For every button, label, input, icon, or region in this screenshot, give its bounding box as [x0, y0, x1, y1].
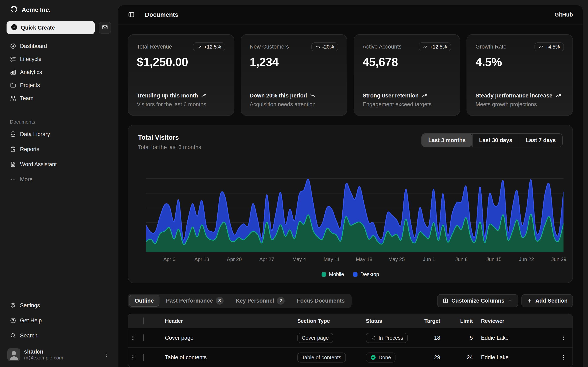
sidebar-item-label: Word Assistant: [20, 161, 57, 167]
stat-card-value: 1,234: [250, 55, 338, 69]
tab-count-badge: 3: [216, 297, 224, 305]
stat-card-active-accounts: Active Accounts +12.5% 45,678 Strong use…: [354, 34, 460, 116]
circle-check-icon: [370, 355, 376, 360]
mail-icon: [102, 24, 108, 32]
row-menu-button[interactable]: [554, 354, 572, 361]
stat-card-value: 4.5%: [476, 55, 564, 69]
page-title: Documents: [145, 11, 178, 18]
drag-handle-icon[interactable]: [128, 354, 138, 360]
range-button-last-30-days[interactable]: Last 30 days: [472, 134, 519, 147]
team-icon: [10, 95, 16, 101]
row-menu-button[interactable]: [554, 334, 572, 341]
range-button-last-3-months[interactable]: Last 3 months: [422, 134, 472, 147]
trending-up-icon: [197, 44, 202, 49]
sidebar-item-reports[interactable]: Reports: [7, 143, 111, 155]
x-tick-label: Jun 22: [519, 257, 534, 262]
sidebar-item-team[interactable]: Team: [7, 92, 111, 104]
tab-past-performance[interactable]: Past Performance3: [160, 295, 229, 307]
section-type-badge: Table of contents: [297, 352, 346, 363]
tab-outline[interactable]: Outline: [129, 295, 159, 307]
sidebar-item-label: Get Help: [20, 317, 42, 324]
tab-count-badge: 2: [277, 297, 285, 305]
lifecycle-icon: [10, 56, 16, 62]
customize-columns-button[interactable]: Customize Columns: [437, 294, 518, 307]
visitors-chart-card: Total Visitors Total for the last 3 mont…: [128, 125, 573, 283]
inbox-button[interactable]: [99, 22, 111, 34]
stat-card-footnote: Strong user retention: [363, 92, 451, 100]
legend-item-mobile: Mobile: [321, 271, 344, 277]
sidebar-item-projects[interactable]: Projects: [7, 79, 111, 91]
sidebar-item-label: Dashboard: [20, 43, 47, 49]
sidebar-nav-main: DashboardLifecycleAnalyticsProjectsTeam: [7, 40, 111, 104]
status-badge: Done: [366, 352, 396, 363]
x-tick-label: Jun 8: [455, 257, 467, 262]
trending-up-icon: [423, 44, 428, 49]
sidebar-item-label: Settings: [20, 302, 40, 309]
add-section-button[interactable]: Add Section: [521, 294, 573, 307]
col-target: Target: [416, 318, 440, 324]
sections-table: Header Section Type Status Target Limit …: [128, 314, 573, 367]
sidebar-item-label: Reports: [20, 146, 39, 152]
sidebar-item-data-library[interactable]: Data Library: [7, 128, 111, 140]
range-toggle-group: Last 3 monthsLast 30 daysLast 7 days: [421, 133, 563, 147]
tab-focus-documents[interactable]: Focus Documents: [291, 295, 350, 307]
trending-down-icon: [310, 92, 316, 99]
table-header-row: Header Section Type Status Target Limit …: [128, 314, 572, 328]
stat-card-subnote: Engagement exceed targets: [363, 101, 451, 108]
row-checkbox[interactable]: [143, 354, 144, 361]
cell-header[interactable]: Cover page: [156, 335, 297, 341]
x-tick-label: Apr 6: [163, 257, 175, 262]
range-button-last-7-days[interactable]: Last 7 days: [519, 134, 562, 147]
quick-create-button[interactable]: Quick Create: [7, 21, 95, 34]
user-menu[interactable]: shadcn m@example.com: [7, 347, 111, 361]
select-all-checkbox[interactable]: [143, 317, 144, 324]
clipboard-icon: [10, 146, 16, 152]
cell-target[interactable]: 18: [416, 335, 440, 341]
sidebar-item-analytics[interactable]: Analytics: [7, 66, 111, 78]
x-tick-label: Jun 1: [423, 257, 435, 262]
sidebar: Acme Inc. Quick Create DashboardLifecycl…: [0, 0, 118, 367]
plus-icon: [527, 298, 532, 304]
cell-reviewer[interactable]: Eddie Lake: [473, 354, 554, 361]
sidebar-item-get-help[interactable]: Get Help: [7, 314, 111, 327]
stat-card-title: Active Accounts: [363, 42, 402, 50]
col-reviewer: Reviewer: [473, 318, 554, 324]
sidebar-toggle-icon[interactable]: [128, 11, 135, 18]
tab-key-personnel[interactable]: Key Personnel2: [230, 295, 291, 307]
sidebar-item-more[interactable]: More: [7, 173, 111, 185]
user-email: m@example.com: [24, 355, 99, 361]
trend-badge: +12.5%: [193, 42, 225, 51]
sidebar-item-search[interactable]: Search: [7, 329, 111, 342]
github-link[interactable]: GitHub: [554, 12, 573, 18]
sidebar-item-word-assistant[interactable]: Word Assistant: [7, 158, 111, 170]
section-tabs: OutlinePast Performance3Key Personnel2Fo…: [128, 294, 352, 308]
cell-limit[interactable]: 5: [440, 335, 473, 341]
customize-columns-label: Customize Columns: [451, 298, 504, 304]
trending-up-icon: [539, 44, 544, 49]
trend-badge: -20%: [311, 42, 338, 51]
main-panel: Documents GitHub Total Revenue +12.5% $1…: [118, 5, 583, 367]
trending-up-icon: [422, 92, 428, 99]
x-tick-label: May 4: [292, 257, 306, 262]
drag-handle-icon[interactable]: [128, 335, 138, 341]
chart-legend: MobileDesktop: [128, 271, 572, 277]
sidebar-item-settings[interactable]: Settings: [7, 299, 111, 312]
row-checkbox[interactable]: [143, 334, 144, 341]
dots-icon: [10, 176, 16, 183]
stat-card-subnote: Visitors for the last 6 months: [137, 101, 225, 108]
org-switcher[interactable]: Acme Inc.: [7, 3, 111, 16]
cell-header[interactable]: Table of contents: [156, 354, 297, 361]
cell-reviewer[interactable]: Eddie Lake: [473, 335, 554, 341]
trend-badge: +4.5%: [535, 42, 564, 51]
columns-icon: [442, 298, 449, 304]
sidebar-item-lifecycle[interactable]: Lifecycle: [7, 53, 111, 65]
divider: [140, 11, 140, 18]
sidebar-item-label: Lifecycle: [20, 56, 42, 62]
x-tick-label: May 25: [388, 257, 405, 262]
cell-target[interactable]: 29: [416, 354, 440, 361]
stat-card-new-customers: New Customers -20% 1,234 Down 20% this p…: [241, 34, 347, 116]
cell-limit[interactable]: 24: [440, 354, 473, 361]
sidebar-item-label: Projects: [20, 82, 40, 89]
sidebar-item-dashboard[interactable]: Dashboard: [7, 40, 111, 52]
chevron-down-icon: [507, 298, 513, 304]
